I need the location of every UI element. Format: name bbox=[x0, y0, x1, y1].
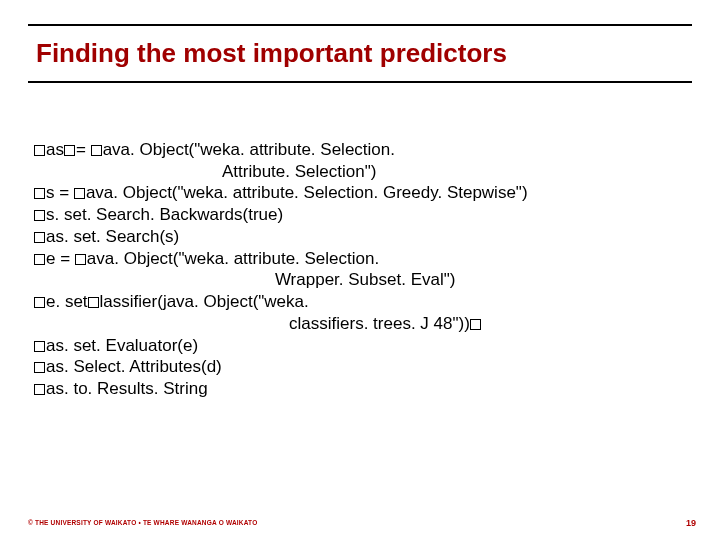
code-text: ava. Object("weka. attribute. Selection. bbox=[87, 249, 379, 268]
code-text: set. Search. Backwards(true) bbox=[64, 205, 283, 224]
code-text: as bbox=[46, 357, 64, 376]
code-text: e. bbox=[46, 292, 65, 311]
code-text: s. bbox=[46, 205, 64, 224]
slide-title: Finding the most important predictors bbox=[28, 36, 692, 77]
code-text: classifiers. trees. J 48")) bbox=[34, 314, 470, 333]
code-text: . set. Evaluator(e) bbox=[64, 336, 198, 355]
code-text: ava. Object("weka. attribute. Selection. bbox=[103, 140, 395, 159]
code-text: . to. Results. String bbox=[64, 379, 208, 398]
code-text: as bbox=[46, 140, 64, 159]
code-text: . set. Search(s) bbox=[64, 227, 179, 246]
footer-copyright: © THE UNIVERSITY OF WAIKATO • TE WHARE W… bbox=[28, 519, 257, 526]
code-text: e = bbox=[46, 249, 75, 268]
code-text: as bbox=[46, 379, 64, 398]
code-text: . Select. Attributes(d) bbox=[64, 357, 222, 376]
code-block: as= ava. Object("weka. attribute. Select… bbox=[28, 117, 692, 400]
code-text: s = bbox=[46, 183, 74, 202]
code-text: as bbox=[46, 227, 64, 246]
code-text: ava. Object("weka. attribute. Selection.… bbox=[86, 183, 528, 202]
code-text: as bbox=[46, 336, 64, 355]
code-text: = bbox=[76, 140, 91, 159]
code-text: Wrapper. Subset. Eval") bbox=[34, 270, 455, 289]
code-text: lassifier(java. Object("weka. bbox=[100, 292, 309, 311]
code-text: Attribute. Selection") bbox=[34, 162, 376, 181]
page-number: 19 bbox=[686, 518, 696, 528]
code-text: set bbox=[65, 292, 88, 311]
